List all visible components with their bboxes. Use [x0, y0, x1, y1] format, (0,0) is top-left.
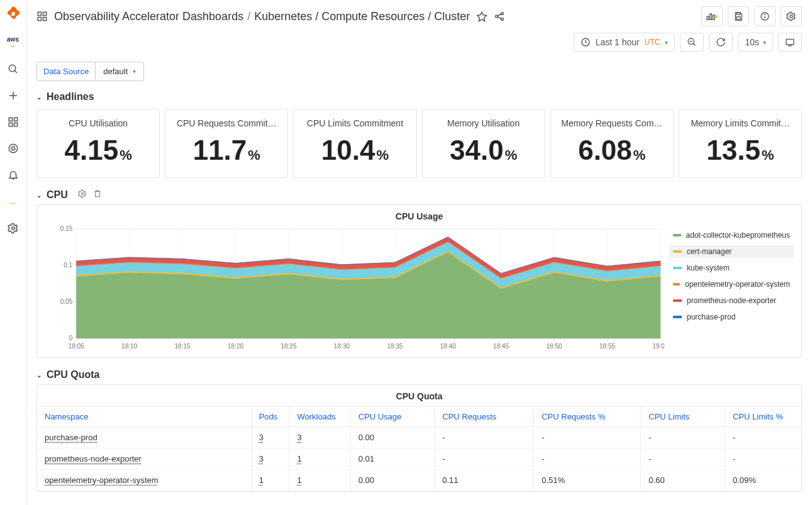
- cell-pods[interactable]: 3: [251, 448, 289, 470]
- table-row: prometheus-node-exporter 3 1 0.01 - - - …: [37, 448, 801, 470]
- table-column-header[interactable]: Pods: [251, 407, 289, 427]
- svg-rect-14: [38, 18, 41, 21]
- svg-point-9: [9, 144, 18, 153]
- stat-panel[interactable]: Memory Utilisation 34.0%: [422, 109, 545, 178]
- cell-namespace[interactable]: opentelemetry-operator-system: [37, 470, 251, 491]
- panel-title[interactable]: CPU Usage: [45, 211, 794, 221]
- svg-text:19:00: 19:00: [652, 343, 664, 350]
- grafana-logo-icon[interactable]: [4, 5, 22, 23]
- row-header-headlines[interactable]: ⌄ Headlines: [26, 87, 812, 106]
- breadcrumb-sep: /: [247, 10, 250, 23]
- table-column-header[interactable]: CPU Requests: [435, 407, 534, 427]
- refresh-interval-picker[interactable]: 10s▾: [738, 33, 773, 52]
- svg-marker-16: [477, 12, 487, 21]
- stat-panel[interactable]: CPU Utilisation 4.15%: [36, 109, 160, 178]
- legend-item[interactable]: cert-manager: [669, 245, 794, 258]
- stat-title: CPU Requests Commit…: [177, 118, 277, 128]
- panel-title[interactable]: CPU Quota: [37, 385, 801, 407]
- legend-swatch: [673, 299, 682, 302]
- stat-panel[interactable]: CPU Limits Commitment 10.4%: [293, 109, 416, 178]
- cell-cpu-requests-pct: -: [534, 448, 641, 470]
- cell-cpu-requests-pct: -: [534, 427, 641, 448]
- stat-panel[interactable]: Memory Requests Com… 6.08%: [550, 109, 674, 178]
- gear-icon[interactable]: [78, 189, 87, 201]
- add-panel-button[interactable]: +: [701, 6, 723, 26]
- save-button[interactable]: [728, 6, 749, 26]
- cell-workloads[interactable]: 3: [289, 427, 350, 448]
- svg-text:18:40: 18:40: [440, 343, 457, 350]
- breadcrumb-folder[interactable]: Observability Accelerator Dashboards: [54, 10, 243, 23]
- svg-point-30: [790, 15, 793, 18]
- stat-title: Memory Requests Com…: [561, 118, 662, 128]
- svg-text:18:55: 18:55: [599, 343, 616, 350]
- legend-label: cert-manager: [687, 247, 731, 256]
- row-header-cpu[interactable]: ⌄ CPU: [26, 186, 812, 204]
- legend-swatch: [673, 283, 680, 286]
- time-range-picker[interactable]: Last 1 hour UTC ▾: [574, 33, 676, 52]
- time-toolbar: Last 1 hour UTC ▾ 10s▾: [26, 29, 812, 58]
- cpu-quota-panel: CPU Quota NamespacePodsWorkloadsCPU Usag…: [36, 384, 802, 492]
- legend-item[interactable]: opentelemetry-operator-system: [669, 278, 794, 291]
- cell-namespace[interactable]: purchase-prod: [37, 427, 251, 448]
- stat-panel[interactable]: CPU Requests Commit… 11.7%: [165, 109, 288, 178]
- cell-cpu-limits-pct: -: [725, 427, 801, 448]
- svg-rect-23: [710, 14, 712, 19]
- time-range-label: Last 1 hour: [596, 37, 640, 47]
- svg-rect-7: [9, 123, 12, 126]
- refresh-button[interactable]: [709, 33, 733, 52]
- datasource-variable-select[interactable]: default▾: [95, 62, 144, 81]
- info-button[interactable]: [754, 6, 776, 26]
- svg-text:18:45: 18:45: [493, 343, 509, 350]
- dashboards-icon[interactable]: [7, 116, 19, 128]
- table-column-header[interactable]: CPU Usage: [350, 407, 435, 427]
- cell-workloads[interactable]: 1: [289, 448, 350, 470]
- svg-text:0.15: 0.15: [60, 225, 73, 232]
- legend-item[interactable]: purchase-prod: [669, 311, 794, 323]
- cpu-usage-chart[interactable]: 00.050.10.1518:0518:1018:1518:2018:2518:…: [45, 225, 664, 351]
- cell-cpu-limits-pct: -: [725, 448, 801, 470]
- alerts-icon[interactable]: [7, 169, 19, 181]
- config-icon[interactable]: [7, 222, 19, 235]
- breadcrumb-title[interactable]: Kubernetes / Compute Resources / Cluster: [254, 10, 470, 23]
- cell-workloads[interactable]: 1: [289, 470, 350, 491]
- legend-label: opentelemetry-operator-system: [685, 280, 790, 289]
- variables-row: Data Source default▾: [26, 58, 812, 87]
- table-column-header[interactable]: CPU Limits: [641, 407, 725, 427]
- explore-icon[interactable]: [7, 142, 19, 155]
- legend-item[interactable]: prometheus-node-exporter: [669, 294, 794, 307]
- settings-button[interactable]: [781, 6, 802, 26]
- cell-pods[interactable]: 3: [251, 427, 289, 448]
- stat-value: 13.5%: [706, 135, 774, 166]
- trash-icon[interactable]: [93, 189, 102, 201]
- zoom-out-button[interactable]: [680, 33, 704, 52]
- table-column-header[interactable]: Workloads: [289, 407, 350, 427]
- legend-item[interactable]: kube-system: [669, 262, 794, 274]
- table-column-header[interactable]: CPU Limits %: [725, 407, 801, 427]
- svg-rect-25: [737, 13, 740, 14]
- star-icon[interactable]: [476, 11, 487, 22]
- breadcrumb[interactable]: Observability Accelerator Dashboards / K…: [54, 10, 470, 23]
- table-column-header[interactable]: Namespace: [37, 407, 251, 427]
- cell-cpu-usage: 0.00: [350, 427, 435, 448]
- svg-point-11: [11, 227, 14, 230]
- plus-icon[interactable]: [7, 89, 19, 102]
- search-icon[interactable]: [7, 63, 19, 75]
- cell-cpu-limits: -: [641, 448, 725, 470]
- tv-mode-button[interactable]: [778, 33, 802, 52]
- cell-cpu-requests: -: [435, 427, 534, 448]
- legend-swatch: [673, 267, 682, 269]
- row-header-cpu-quota[interactable]: ⌄ CPU Quota: [26, 365, 812, 384]
- table-column-header[interactable]: CPU Requests %: [534, 407, 641, 427]
- legend-swatch: [673, 250, 682, 253]
- cell-namespace[interactable]: prometheus-node-exporter: [37, 448, 251, 470]
- dashboard-grid-icon[interactable]: [36, 11, 48, 22]
- legend-item[interactable]: adot-collector-kubeprometheus: [669, 229, 794, 241]
- svg-text:18:15: 18:15: [175, 343, 191, 350]
- stat-value: 11.7%: [193, 135, 260, 166]
- stat-panel[interactable]: Memory Limits Commit… 13.5%: [679, 109, 802, 178]
- share-icon[interactable]: [494, 11, 505, 22]
- cell-cpu-requests: 0.11: [435, 470, 534, 491]
- stat-title: CPU Utilisation: [69, 118, 128, 128]
- cell-pods[interactable]: 1: [251, 470, 289, 491]
- cell-cpu-limits: 0.60: [641, 470, 725, 491]
